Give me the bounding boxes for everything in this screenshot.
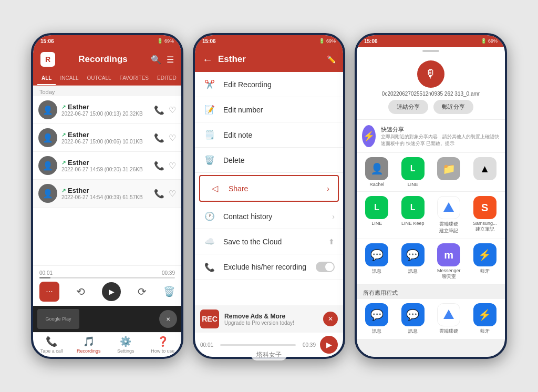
- edit-icon[interactable]: ✏️: [327, 55, 336, 64]
- apps-all-row: 💬 訊息 💬 訊息 雲端碟硬 ⚡ 藍牙: [357, 299, 505, 339]
- menu-player-progress[interactable]: [220, 344, 296, 346]
- fav-icon-2[interactable]: ♡: [169, 133, 176, 143]
- app-msg-2[interactable]: 💬 訊息: [398, 243, 428, 280]
- recording-item-4[interactable]: 👤 ↗ Esther 2022-06-27 14:54 (00:39) 61.5…: [33, 180, 181, 208]
- nav-recordings-label: Recordings: [77, 348, 101, 354]
- remove-ads-button[interactable]: ✕: [159, 310, 177, 328]
- menu-dots-button[interactable]: ···: [39, 282, 59, 302]
- tab-incall[interactable]: INCALL: [56, 72, 82, 85]
- tab-outcall[interactable]: OUTCALL: [82, 72, 115, 85]
- menu-play-button[interactable]: ▶: [320, 336, 338, 354]
- app-messenger[interactable]: m Messenger 聊天室: [434, 243, 463, 280]
- apps-row-1: 👤 Rachel L LINE 📁 ▲: [357, 153, 505, 192]
- player-time-start: 00:01: [39, 270, 53, 276]
- avatar-3: 👤: [38, 156, 57, 175]
- recordings-title: Recordings: [78, 54, 128, 65]
- call-icon-2[interactable]: 📞: [154, 133, 164, 143]
- fav-icon-3[interactable]: ♡: [169, 161, 176, 171]
- nav-tape-call-label: Tape a call: [40, 348, 63, 354]
- cloud-upload-icon: ⬆: [328, 238, 335, 246]
- recording-name-3: ↗ Esther: [61, 159, 150, 167]
- delete-button[interactable]: 🗑️: [163, 286, 175, 297]
- quick-share-section: ⚡ 快速分享 立即與附近的對象分享內容，請於其他人的裝置上確認快速面板中的 快速…: [357, 120, 505, 153]
- exclude-icon: 📞: [203, 262, 216, 272]
- app-folder-1[interactable]: 📁: [434, 157, 463, 187]
- samsung-icon: S: [473, 196, 496, 219]
- tab-all[interactable]: ALL: [37, 72, 56, 85]
- battery-icon-1: 🔋: [157, 38, 163, 44]
- recording-item-1[interactable]: 👤 ↗ Esther 2022-06-27 15:00 (00:13) 20.3…: [33, 96, 181, 124]
- app-msg-1[interactable]: 💬 訊息: [362, 243, 391, 280]
- svg-marker-1: [443, 310, 454, 319]
- app-all-msg-1[interactable]: 💬 訊息: [362, 303, 391, 335]
- recording-item-2[interactable]: 👤 ↗ Esther 2022-06-27 15:00 (00:06) 10.0…: [33, 124, 181, 152]
- quick-share-label: 快速分享: [381, 126, 500, 133]
- app-all-drive[interactable]: 雲端碟硬: [434, 303, 463, 335]
- pencil-icon: 📝: [203, 105, 216, 115]
- menu-list: ✂️ Edit Recording 📝 Edit number 🗒️ Edit …: [195, 72, 343, 305]
- recording-info-3: ↗ Esther 2022-06-27 14:59 (00:20) 31.26K…: [61, 159, 150, 172]
- recording-actions-3: 📞 ♡: [154, 161, 176, 171]
- app-line-2[interactable]: L LINE: [362, 196, 391, 234]
- status-icons-3: 🔋 69%: [481, 38, 498, 44]
- fav-icon-1[interactable]: ♡: [169, 105, 176, 115]
- forward-button[interactable]: ⟳: [138, 285, 147, 298]
- link-share-button[interactable]: 連結分享: [388, 100, 428, 114]
- recording-item-3[interactable]: 👤 ↗ Esther 2022-06-27 14:59 (00:20) 31.2…: [33, 152, 181, 180]
- battery-level-2: 69%: [326, 38, 336, 44]
- remove-ads-title: Remove Ads & More: [224, 313, 318, 320]
- menu-share[interactable]: ◁ Share ›: [199, 175, 339, 202]
- app-drive-2[interactable]: 雲端碟硬 建立筆記: [434, 196, 463, 234]
- share-label: Share: [229, 184, 319, 193]
- nearby-share-button[interactable]: 郵近分享: [433, 100, 473, 114]
- rec-badge: REC: [200, 310, 219, 328]
- menu-save-cloud[interactable]: ☁️ Save to the Cloud ⬆: [195, 229, 343, 254]
- nav-how-to-use[interactable]: ❓ How to use: [144, 336, 182, 354]
- app-line-1[interactable]: L LINE: [398, 157, 428, 187]
- nav-how-to-use-label: How to use: [151, 348, 174, 354]
- tab-favorites[interactable]: FAVORITES: [116, 72, 153, 85]
- app-all-msg-2[interactable]: 💬 訊息: [398, 303, 428, 335]
- player-progress[interactable]: [39, 277, 175, 278]
- menu-icon[interactable]: ☰: [167, 55, 174, 65]
- rachel-icon: 👤: [365, 157, 388, 180]
- how-to-use-icon: ❓: [157, 336, 169, 347]
- menu-edit-recording[interactable]: ✂️ Edit Recording: [195, 72, 343, 97]
- call-icon-3[interactable]: 📞: [154, 161, 164, 171]
- all-msg-label-2: 訊息: [408, 328, 418, 335]
- menu-exclude[interactable]: 📞 Exclude his/her recording: [195, 254, 343, 280]
- call-icon-4[interactable]: 📞: [154, 189, 164, 199]
- tab-edited[interactable]: EDITED: [153, 72, 181, 85]
- search-icon[interactable]: 🔍: [151, 55, 161, 65]
- app-drive-1[interactable]: ▲: [470, 157, 500, 187]
- menu-edit-number[interactable]: 📝 Edit number: [195, 97, 343, 122]
- recording-meta-1: 2022-06-27 15:00 (00:13) 20.32KB: [61, 111, 150, 117]
- msg-icon-1: 💬: [365, 243, 388, 266]
- app-samsung[interactable]: S Samsung... 建立筆記: [470, 196, 500, 234]
- app-rachel[interactable]: 👤 Rachel: [362, 157, 391, 187]
- all-bt-label: 藍牙: [480, 328, 490, 335]
- exclude-toggle[interactable]: [316, 262, 335, 272]
- nav-tape-call[interactable]: 📞 Tape a call: [33, 336, 70, 354]
- app-rachel-label: Rachel: [369, 182, 384, 187]
- back-button[interactable]: ←: [202, 54, 213, 66]
- app-bt-1[interactable]: ⚡ 藍牙: [470, 243, 500, 280]
- rewind-button[interactable]: ⟲: [76, 285, 85, 298]
- save-cloud-label: Save to the Cloud: [223, 238, 321, 246]
- app-all-bt[interactable]: ⚡ 藍牙: [470, 303, 500, 335]
- nav-recordings[interactable]: 🎵 Recordings: [70, 336, 108, 354]
- msg-icon-2: 💬: [401, 243, 425, 266]
- call-icon-1[interactable]: 📞: [154, 105, 164, 115]
- app-line-keep[interactable]: L LINE Keep: [398, 196, 428, 234]
- battery-icon-2: 🔋: [319, 38, 325, 44]
- play-button[interactable]: ▶: [102, 282, 121, 301]
- menu-edit-note[interactable]: 🗒️ Edit note: [195, 122, 343, 148]
- menu-contact-history[interactable]: 🕐 Contact history ›: [195, 204, 343, 229]
- nav-settings[interactable]: ⚙️ Settings: [107, 336, 144, 354]
- menu-delete[interactable]: 🗑️ Delete: [195, 148, 343, 173]
- all-drive-icon: [437, 303, 460, 326]
- fav-icon-4[interactable]: ♡: [169, 189, 176, 199]
- remove-ads-button[interactable]: ✕: [323, 312, 338, 326]
- tape-call-icon: 📞: [46, 336, 57, 347]
- share-screen: 🎙 0c20220627025512n0935 262 313_0.amr 連結…: [357, 47, 505, 357]
